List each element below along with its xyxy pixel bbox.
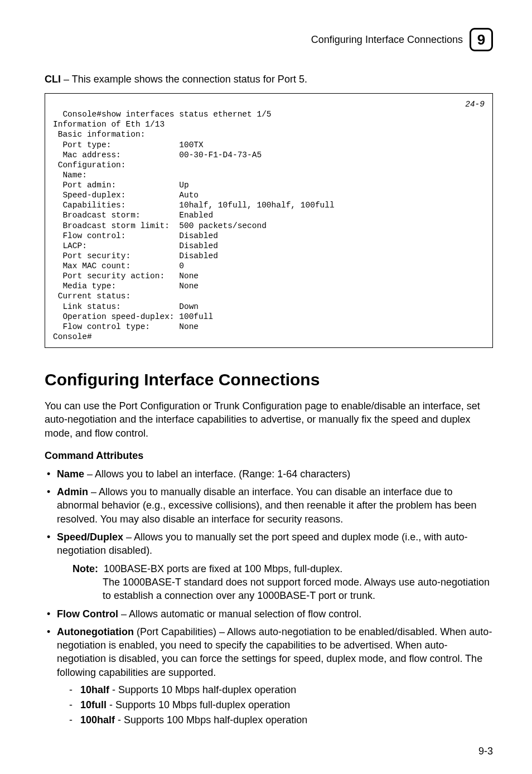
bullet-admin: Admin – Allows you to manually disable a…	[45, 485, 493, 526]
note-line2: The 1000BASE-T standard does not support…	[103, 575, 493, 603]
cap-100half: 100half - Supports 100 Mbps half-duplex …	[57, 713, 493, 728]
bullet-speed-duplex: Speed/Duplex – Allows you to manually se…	[45, 530, 493, 558]
cap-10half-text: - Supports 10 Mbps half-duplex operation	[109, 684, 296, 695]
cli-output-text: Console#show interfaces status ethernet …	[53, 110, 335, 341]
bullet-speed-bold: Speed/Duplex	[57, 531, 123, 543]
bullet-name-text: – Allows you to label an interface. (Ran…	[84, 468, 350, 480]
page-header: Configuring Interface Connections 9	[45, 28, 493, 51]
bullet-admin-bold: Admin	[57, 486, 88, 497]
cli-page-ref: 24-9	[465, 99, 485, 109]
header-title: Configuring Interface Connections	[311, 34, 463, 46]
bullet-flow-bold: Flow Control	[57, 608, 118, 620]
cap-100half-bold: 100half	[80, 714, 115, 725]
bullet-autonegotiation: Autonegotiation (Port Capabilities) – Al…	[45, 625, 493, 728]
page-number: 9-3	[478, 746, 493, 757]
command-attributes-label: Command Attributes	[45, 450, 493, 462]
cap-10full-text: - Supports 10 Mbps full-duplex operation	[107, 699, 290, 710]
bullet-flow-control: Flow Control – Allows automatic or manua…	[45, 607, 493, 621]
cli-intro-bold: CLI	[45, 74, 61, 85]
bullet-auto-bold: Autonegotiation	[57, 626, 134, 637]
note-block: Note: 100BASE-BX ports are fixed at 100 …	[57, 562, 493, 603]
cli-intro-text: – This example shows the connection stat…	[61, 74, 307, 85]
bullet-flow-text: – Allows automatic or manual selection o…	[118, 608, 361, 620]
cap-10full-bold: 10full	[80, 699, 107, 710]
section-heading: Configuring Interface Connections	[45, 370, 493, 389]
intro-paragraph: You can use the Port Configuration or Tr…	[45, 399, 493, 440]
bullet-name: Name – Allows you to label an interface.…	[45, 467, 493, 481]
note-label: Note:	[72, 563, 98, 574]
cap-100half-text: - Supports 100 Mbps half-duplex operatio…	[115, 714, 307, 725]
cli-output-box: 24-9Console#show interfaces status ether…	[45, 93, 493, 348]
cap-10full: 10full - Supports 10 Mbps full-duplex op…	[57, 698, 493, 713]
cap-10half-bold: 10half	[80, 684, 109, 695]
attributes-list: Name – Allows you to label an interface.…	[45, 467, 493, 558]
bullet-name-bold: Name	[57, 468, 84, 480]
cli-intro: CLI – This example shows the connection …	[45, 74, 493, 85]
note-line1: 100BASE-BX ports are fixed at 100 Mbps, …	[104, 563, 342, 574]
cap-10half: 10half - Supports 10 Mbps half-duplex op…	[57, 683, 493, 698]
attributes-list-continued: Flow Control – Allows automatic or manua…	[45, 607, 493, 728]
capabilities-sublist: 10half - Supports 10 Mbps half-duplex op…	[57, 683, 493, 728]
bullet-admin-text: – Allows you to manually disable an inte…	[57, 486, 476, 525]
chapter-badge: 9	[470, 28, 493, 51]
